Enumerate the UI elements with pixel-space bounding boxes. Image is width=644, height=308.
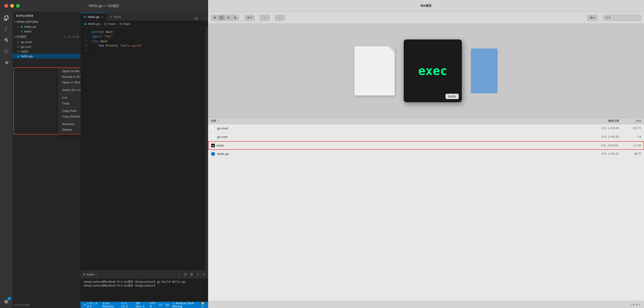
terminal-tab[interactable]: 5: bash ▾ (83, 273, 97, 276)
finder-view-options-btn[interactable]: ⊞ ▾ (587, 15, 598, 21)
close-button[interactable] (4, 4, 8, 8)
ctx-copy-rel-path[interactable]: Copy Relative Path ⌥⇧⌘C (59, 114, 80, 119)
go-icon-hellogo: ◉ (17, 55, 20, 58)
ctx-cut[interactable]: Cut ⌘X (59, 95, 80, 100)
minimize-button[interactable] (10, 4, 14, 8)
breadcrumb-func[interactable]: ⊙ main (120, 22, 130, 26)
view-columns-btn[interactable]: ⊟ (225, 15, 231, 20)
line-num-5: 5 (80, 48, 90, 53)
finder-gear-btn[interactable]: ⚙ ▾ (244, 15, 255, 21)
code-content[interactable]: package main import "fmt" func main(){ f… (90, 27, 190, 270)
spacer-icon: ✕ (17, 30, 19, 33)
terminal-up-btn[interactable]: ∧ (197, 272, 200, 277)
scrollbar[interactable] (206, 27, 208, 270)
ctx-open-terminal[interactable]: Open in Terminal (59, 80, 80, 85)
split-editor-btn[interactable]: ⊟ (192, 16, 201, 21)
outline-label: OUTLINE (17, 303, 30, 307)
outline-header[interactable]: ▸ OUTLINE (12, 302, 80, 308)
status-notifications[interactable]: 🔔 1 (201, 302, 206, 308)
collapse-icon[interactable]: ⊟ (76, 35, 79, 39)
tab-hello[interactable]: ≡ Hello (107, 13, 124, 21)
terminal-close-btn[interactable]: ✕ (202, 272, 206, 277)
status-language[interactable]: Go (165, 302, 169, 308)
maximize-button[interactable] (16, 4, 20, 8)
sidebar-file-hello[interactable]: ≡ Hello (12, 49, 80, 54)
go-project-actions: 🗋 🗀 ↺ ⊟ (63, 35, 79, 39)
extensions-icon[interactable] (2, 59, 10, 67)
tab-hellogo[interactable]: ◉ Hello.go ✕ (80, 13, 107, 21)
exec-badge: Hello (446, 94, 459, 99)
sidebar-file-gomod[interactable]: ≡ go.mod (12, 40, 80, 44)
terminal-split-btn[interactable]: ⊟ (184, 272, 186, 277)
finder-search-input[interactable] (603, 15, 641, 21)
sidebar-file-gosum[interactable]: ≡ go.sum (12, 44, 80, 49)
tab-hellogo-close[interactable]: ✕ (102, 16, 104, 18)
col-header-date[interactable]: 修改日期 (449, 119, 624, 123)
ctx-copy-path[interactable]: Copy Path ⌥⌘C (59, 108, 80, 114)
chevron-open-editors: ▾ (14, 21, 16, 23)
open-editor-hello-name: Hello (24, 30, 32, 33)
breadcrumb-package[interactable]: {} main (104, 22, 116, 26)
status-analysis[interactable]: ⚠ Analysis Tools Missing (172, 302, 198, 308)
open-editors-section[interactable]: ▾ OPEN EDITORS (12, 19, 80, 25)
terminal-actions: ＋ ⊟ 🗑 ∧ ✕ (177, 272, 206, 277)
finder-row-gosum[interactable]: 📄 go.sum 今天 上午9:30 7 K (208, 133, 644, 141)
terminal-trash-btn[interactable]: 🗑 (190, 272, 194, 277)
more-tabs-btn[interactable]: ··· (201, 16, 208, 21)
close-icon[interactable]: ✕ (17, 25, 19, 28)
status-encoding[interactable]: UTF-8 (150, 302, 156, 308)
ctx-open-side[interactable]: Open to the Side ⌥ ↵ (59, 68, 80, 74)
settings-icon[interactable]: 1 (2, 298, 10, 306)
breadcrumb-sep-2: › (117, 22, 118, 26)
run-icon[interactable] (2, 48, 10, 56)
gosum-name-cell: 📄 go.sum (211, 135, 449, 139)
search-icon[interactable] (2, 25, 10, 33)
go-modules-label: ◎ Go Modules (102, 302, 118, 308)
new-file-icon[interactable]: 🗋 (63, 35, 66, 39)
line-num-3: 3 (80, 39, 90, 44)
ctx-select-compare[interactable]: Select for Compare (59, 87, 80, 93)
status-position[interactable]: Ln 5, Col 2 (121, 302, 132, 308)
code-line-4: fmt.Println("hello world") (92, 44, 190, 48)
new-folder-icon[interactable]: 🗀 (68, 35, 71, 39)
hellogo-filename: Hello.go (217, 152, 229, 156)
line-num-4: 4 (80, 44, 90, 48)
finder-row-gomod[interactable]: 📄 go.mod 今天 上午9:30 233 字 (208, 124, 644, 133)
status-go-modules[interactable]: ◎ Go Modules (102, 302, 118, 308)
ctx-reveal-finder[interactable]: Reveal in Finder ⌥⌘R (59, 74, 80, 80)
col-header-name[interactable]: 名称 ▾ (211, 119, 449, 123)
ctx-copy[interactable]: Copy ⌘C (59, 100, 80, 106)
view-options-chevron: ▾ (593, 16, 595, 19)
status-git[interactable]: ⎇ ⚠ 0 △ 0 ⊗ 0 (83, 302, 100, 308)
finder-row-hello[interactable]: ▪ Hello 今天 上午9:41 2.2 M (208, 141, 644, 150)
status-line-ending[interactable]: LF (159, 302, 162, 308)
source-control-icon[interactable] (2, 36, 10, 44)
view-list-btn[interactable]: ☰ (218, 15, 225, 20)
tab-hello-icon: ≡ (110, 15, 112, 18)
col-header-size[interactable]: 大小 (624, 119, 641, 123)
status-tab-size[interactable]: Tab Size: 4 (136, 302, 147, 308)
terminal-content[interactable]: dangxiaohui@MacBook-Pro:Go项目 dangxiaohui… (80, 279, 208, 302)
view-gallery-btn[interactable]: ⊞ (232, 15, 238, 20)
breadcrumb: ◉ Hello.go › {} main › ⊙ main (80, 21, 208, 27)
finder-row-hellogo[interactable]: 🔵 Hello.go 今天 上午9:41 68 字 (208, 150, 644, 158)
go-project-section[interactable]: ▾ GO项目 🗋 🗀 ↺ ⊟ (12, 34, 80, 40)
terminal-add-btn[interactable]: ＋ (177, 272, 180, 277)
titlebar: Hello.go — Go项目 (0, 0, 208, 12)
status-bar: ⎇ ⚠ 0 △ 0 ⊗ 0 ◎ Go Modules Ln 5, Col 2 T… (80, 302, 208, 308)
sidebar-file-hellogo[interactable]: ◉ Hello.go (12, 54, 80, 59)
refresh-icon[interactable]: ↺ (72, 35, 75, 39)
view-icon-btn[interactable]: ⊞ (212, 15, 218, 20)
ctx-delete[interactable]: Delete ⌘⌫ (59, 127, 80, 132)
open-editor-hello-go[interactable]: ✕ ◉ Hello.go (12, 25, 80, 29)
code-editor[interactable]: 1 2 3 4 5 package main import "fmt" func… (80, 27, 208, 270)
finder-share-btn[interactable]: ↑ (260, 15, 270, 21)
hellogo-date: 今天 上午9:41 (449, 152, 624, 156)
col-name-label: 名称 (211, 119, 216, 122)
breadcrumb-file[interactable]: Hello.go (88, 22, 100, 26)
sidebar-header: EXPLORER (12, 12, 80, 19)
open-editor-hello[interactable]: ✕ ≡ Hello (12, 29, 80, 34)
explorer-icon[interactable] (2, 14, 10, 22)
finder-back-btn[interactable]: ← (275, 15, 285, 21)
ctx-rename[interactable]: Rename ↵ (59, 121, 80, 127)
